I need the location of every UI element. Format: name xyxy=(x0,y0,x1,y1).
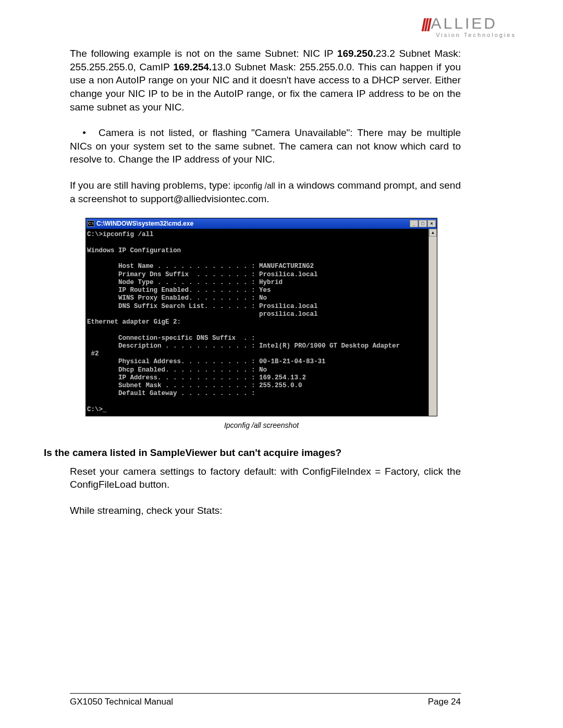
cmd-window-screenshot: C:\ C:\WINDOWS\system32\cmd.exe _ □ × C:… xyxy=(85,218,437,416)
paragraph-camera-unavailable: •Camera is not listed, or flashing "Came… xyxy=(70,126,461,166)
paragraph-ipconfig-instruction: If you are still having problems, type: … xyxy=(70,179,461,205)
cmd-title: C:\WINDOWS\system32\cmd.exe xyxy=(96,219,410,228)
cmd-titlebar: C:\ C:\WINDOWS\system32\cmd.exe _ □ × xyxy=(86,218,437,229)
paragraph-subnet-example: The following example is not on the same… xyxy=(70,47,461,114)
scroll-up-icon: ▲ xyxy=(429,229,437,237)
minimize-icon: _ xyxy=(410,220,418,227)
footer-doc-title: GX1050 Technical Manual xyxy=(70,697,173,707)
section-heading: Is the camera listed in SampleViewer but… xyxy=(44,446,461,460)
paragraph-factory-reset: Reset your camera settings to factory de… xyxy=(70,465,461,491)
inline-command: ipconfig /all xyxy=(234,181,275,190)
screenshot-caption: Ipconfig /all screenshot xyxy=(85,421,437,430)
close-icon: × xyxy=(427,220,436,227)
footer-page-number: Page 24 xyxy=(428,697,461,707)
page-footer: GX1050 Technical Manual Page 24 xyxy=(70,693,461,707)
cmd-icon: C:\ xyxy=(87,220,94,227)
paragraph-check-stats: While streaming, check your Stats: xyxy=(70,504,461,517)
cmd-scrollbar: ▲ xyxy=(429,229,437,416)
bullet-icon: • xyxy=(70,126,99,140)
cmd-output: C:\>ipconfig /all Windows IP Configurati… xyxy=(86,229,429,416)
maximize-icon: □ xyxy=(419,220,427,227)
